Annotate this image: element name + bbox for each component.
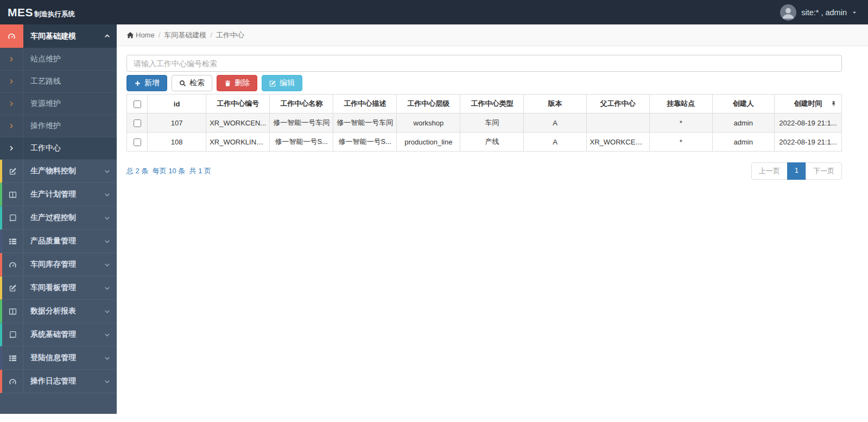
column-header-parent[interactable]: 父工作中心 xyxy=(586,95,649,114)
add-button-label: 新增 xyxy=(144,78,160,88)
sidebar-subitem-label: 站点维护 xyxy=(23,54,61,64)
add-button[interactable]: 新增 xyxy=(126,75,167,91)
chevron-down-icon xyxy=(97,355,117,361)
page-1-button[interactable]: 1 xyxy=(787,162,806,180)
sidebar-item-system-base-management[interactable]: 系统基础管理 xyxy=(0,323,117,347)
column-header-type[interactable]: 工作中心类型 xyxy=(460,95,524,114)
breadcrumb-home[interactable]: Home xyxy=(136,31,155,39)
breadcrumb-separator: / xyxy=(159,31,161,39)
app-logo[interactable]: MES 制造执行系统 xyxy=(8,6,75,19)
main-content: Home / 车间基础建模 / 工作中心 新增 检索 删除 xyxy=(117,24,868,422)
pencil-square-icon xyxy=(2,276,23,299)
cell-name: 修一智能一号S... xyxy=(270,133,333,152)
prev-page-button[interactable]: 上一页 xyxy=(751,162,788,180)
trash-icon xyxy=(224,80,231,87)
cell-description: 修一智能一号S... xyxy=(333,133,397,152)
sidebar-item-login-info-management[interactable]: 登陆信息管理 xyxy=(0,347,117,370)
column-header-created-time[interactable]: 创建时间 xyxy=(774,95,841,114)
sidebar-item-label: 系统基础管理 xyxy=(23,330,97,339)
chevron-down-icon xyxy=(97,215,117,221)
sidebar-item-workshop-kanban-management[interactable]: 车间看板管理 xyxy=(0,276,117,300)
sidebar-item-process-route[interactable]: 工艺路线 xyxy=(0,71,117,93)
column-header-code[interactable]: 工作中心编号 xyxy=(206,95,270,114)
edit-button[interactable]: 编辑 xyxy=(262,75,302,91)
sidebar-submenu: 站点维护 工艺路线 资源维护 操作维护 工作中心 xyxy=(0,48,117,160)
chevron-down-icon xyxy=(97,285,117,291)
sidebar-item-production-plan-management[interactable]: 生产计划管理 xyxy=(0,183,117,206)
sidebar-subitem-label: 操作维护 xyxy=(23,121,61,131)
cell-created-time: 2022-08-19 21:1... xyxy=(774,133,841,152)
sidebar: 车间基础建模 站点维护 工艺路线 资源维护 操作维护 xyxy=(0,24,117,414)
pagination-bar: 总 2 条 每页 10 条 共 1 页 上一页 1 下一页 xyxy=(126,162,842,180)
column-header-level[interactable]: 工作中心层级 xyxy=(397,95,460,114)
sidebar-item-workshop-base-modeling[interactable]: 车间基础建模 xyxy=(0,24,117,48)
cell-code: XR_WORKCEN... xyxy=(206,114,270,133)
sidebar-subitem-label: 工艺路线 xyxy=(23,77,61,86)
pin-icon[interactable] xyxy=(831,100,837,107)
edit-icon xyxy=(269,80,276,87)
cell-creator: admin xyxy=(712,114,774,133)
logo-text-secondary: 制造执行系统 xyxy=(34,10,75,19)
sidebar-item-label: 车间库存管理 xyxy=(23,260,97,269)
row-checkbox[interactable] xyxy=(134,138,141,146)
table-row[interactable]: 107 XR_WORKCEN... 修一智能一号车间 修一智能一号车间 work… xyxy=(127,114,842,133)
chevron-down-icon xyxy=(97,192,117,198)
user-label: site:* , admin xyxy=(801,8,847,17)
top-navbar: MES 制造执行系统 site:* , admin xyxy=(0,0,868,24)
chevron-right-icon xyxy=(0,137,23,159)
column-header-site[interactable]: 挂靠站点 xyxy=(649,95,712,114)
cell-version: A xyxy=(524,133,586,152)
sidebar-item-data-analysis-report[interactable]: 数据分析报表 xyxy=(0,300,117,323)
user-menu[interactable]: site:* , admin xyxy=(780,4,857,21)
sidebar-subitem-label: 工作中心 xyxy=(23,143,61,153)
row-checkbox[interactable] xyxy=(134,119,141,127)
column-header-label: 创建时间 xyxy=(794,99,822,108)
dashboard-icon xyxy=(0,24,23,48)
sidebar-item-resource-maintenance[interactable]: 资源维护 xyxy=(0,93,117,115)
dashboard-icon xyxy=(2,253,23,276)
user-avatar xyxy=(780,4,796,21)
sidebar-item-product-quality-management[interactable]: 产品质量管理 xyxy=(0,230,117,253)
column-header-id[interactable]: id xyxy=(148,95,206,114)
search-input[interactable] xyxy=(126,55,842,72)
cell-level: workshop xyxy=(397,114,460,133)
delete-button[interactable]: 删除 xyxy=(217,75,257,91)
breadcrumb: Home / 车间基础建模 / 工作中心 xyxy=(117,24,868,46)
table-row[interactable]: 108 XR_WORKLINE... 修一智能一号S... 修一智能一号S...… xyxy=(127,133,842,152)
chevron-down-icon xyxy=(97,332,117,338)
chevron-down-icon xyxy=(97,308,117,314)
sidebar-item-operation-log-management[interactable]: 操作日志管理 xyxy=(0,370,117,393)
dashboard-icon xyxy=(2,370,23,393)
select-all-checkbox[interactable] xyxy=(134,100,141,108)
sidebar-item-workshop-inventory-management[interactable]: 车间库存管理 xyxy=(0,253,117,276)
select-all-cell xyxy=(127,95,148,114)
chevron-right-icon xyxy=(0,48,23,70)
sidebar-item-label: 操作日志管理 xyxy=(23,376,97,386)
home-icon xyxy=(126,32,134,39)
sidebar-item-label: 登陆信息管理 xyxy=(23,353,97,363)
column-header-creator[interactable]: 创建人 xyxy=(712,95,774,114)
sidebar-item-operation-maintenance[interactable]: 操作维护 xyxy=(0,115,117,137)
search-button[interactable]: 检索 xyxy=(172,75,212,91)
sidebar-item-site-maintenance[interactable]: 站点维护 xyxy=(0,48,117,71)
column-header-name[interactable]: 工作中心名称 xyxy=(270,95,333,114)
next-page-button[interactable]: 下一页 xyxy=(806,162,842,180)
cell-version: A xyxy=(524,114,586,133)
cell-creator: admin xyxy=(712,133,774,152)
sidebar-item-production-material-control[interactable]: 生产物料控制 xyxy=(0,160,117,183)
column-header-version[interactable]: 版本 xyxy=(524,95,586,114)
pencil-square-icon xyxy=(2,160,23,182)
book-icon xyxy=(2,323,23,346)
cell-id: 108 xyxy=(148,133,206,152)
breadcrumb-item: 车间基础建模 xyxy=(164,30,206,40)
plus-icon xyxy=(134,80,141,87)
breadcrumb-separator: / xyxy=(210,31,212,39)
caret-down-icon xyxy=(852,10,857,15)
sidebar-item-label: 车间看板管理 xyxy=(23,283,97,293)
breadcrumb-item-current: 工作中心 xyxy=(216,30,244,40)
list-icon xyxy=(2,230,23,253)
column-header-description[interactable]: 工作中心描述 xyxy=(333,95,397,114)
sidebar-item-production-process-control[interactable]: 生产过程控制 xyxy=(0,206,117,230)
toolbar: 新增 检索 删除 编辑 xyxy=(126,75,842,91)
sidebar-item-work-center[interactable]: 工作中心 xyxy=(0,137,117,160)
